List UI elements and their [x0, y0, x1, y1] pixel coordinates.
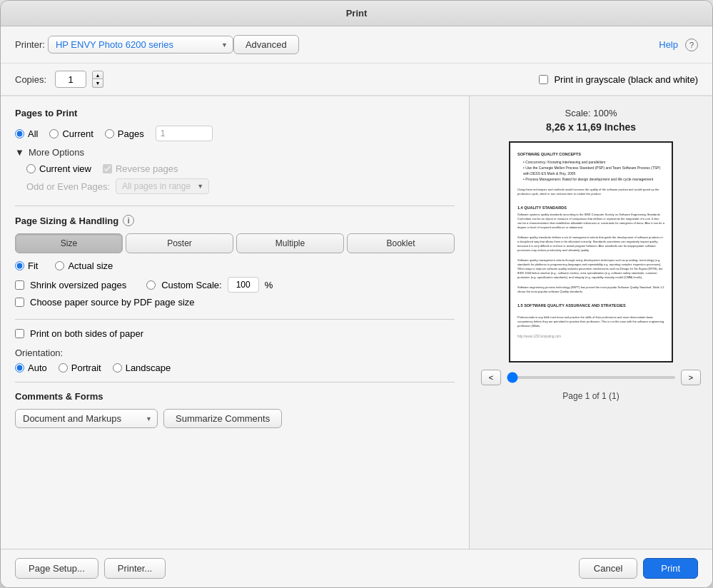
preview-text: SOFTWARE QUALITY CONCEPTS • Concurrency:… — [517, 151, 664, 340]
dialog-title: Print — [346, 8, 368, 19]
page-sizing-section: Page Sizing & Handling i Size Poster Mul… — [15, 215, 455, 308]
help-icon[interactable]: ? — [685, 39, 698, 51]
comments-select[interactable]: Document and Markups — [15, 409, 158, 428]
bottom-right: Cancel Print — [579, 558, 698, 579]
scale-unit: % — [265, 280, 273, 290]
fit-options: Fit Actual size — [15, 260, 455, 271]
reverse-pages-label: Reverse pages — [116, 163, 178, 174]
cancel-button[interactable]: Cancel — [579, 558, 637, 579]
page-sizing-header: Page Sizing & Handling i — [15, 215, 455, 226]
poster-button[interactable]: Poster — [126, 233, 233, 253]
printer-label: Printer: — [15, 39, 45, 50]
titlebar: Print — [1, 1, 712, 26]
paper-source-row: Choose paper source by PDF page size — [15, 297, 455, 308]
page-slider[interactable] — [507, 376, 675, 379]
radio-current-label: Current — [62, 128, 93, 139]
copies-spinner: ▲ ▼ — [92, 71, 103, 88]
radio-all-label: All — [28, 128, 38, 139]
printer-button[interactable]: Printer... — [104, 558, 166, 579]
more-options-header[interactable]: ▼ More Options — [15, 147, 455, 158]
bottom-left: Page Setup... Printer... — [15, 558, 166, 579]
page-setup-button[interactable]: Page Setup... — [15, 558, 98, 579]
summarize-button[interactable]: Summarize Comments — [163, 409, 282, 428]
current-view-item[interactable]: Current view — [26, 163, 91, 174]
landscape-label: Landscape — [126, 363, 171, 373]
pages-radio-group: All Current Pages — [15, 126, 455, 141]
comments-row: Document and Markups Summarize Comments — [15, 409, 455, 428]
fit-item[interactable]: Fit — [15, 260, 38, 271]
radio-auto[interactable] — [15, 363, 24, 372]
grayscale-checkbox[interactable] — [539, 75, 548, 84]
radio-custom-scale[interactable] — [146, 280, 156, 290]
odd-even-label: Odd or Even Pages: — [26, 181, 110, 192]
scale-text: Scale: 100% — [565, 108, 617, 118]
reverse-pages-checkbox[interactable] — [103, 164, 112, 173]
sizing-buttons: Size Poster Multiple Booklet — [15, 233, 455, 253]
printer-select[interactable]: HP ENVY Photo 6200 series — [48, 36, 233, 54]
pages-input[interactable] — [156, 126, 213, 141]
comments-select-wrapper: Document and Markups — [15, 409, 158, 428]
scale-input[interactable] — [228, 277, 259, 293]
both-sides-label: Print on both sides of paper — [30, 328, 143, 339]
right-panel: Scale: 100% 8,26 x 11,69 Inches SOFTWARE… — [470, 96, 712, 549]
page-size-text: 8,26 x 11,69 Inches — [546, 121, 636, 133]
help-link[interactable]: Help — [659, 39, 678, 50]
print-button[interactable]: Print — [643, 558, 698, 579]
more-options-label: More Options — [29, 147, 84, 158]
orientation-section: Orientation: Auto Portrait Landscape — [15, 348, 455, 373]
radio-current-item[interactable]: Current — [49, 128, 93, 139]
info-icon[interactable]: i — [123, 215, 134, 226]
radio-landscape[interactable] — [113, 363, 122, 372]
auto-item[interactable]: Auto — [15, 363, 47, 373]
print-dialog: Print Printer: HP ENVY Photo 6200 series… — [0, 0, 713, 588]
both-sides-checkbox[interactable] — [15, 329, 24, 338]
radio-pages-item[interactable]: Pages — [105, 128, 144, 139]
bottom-bar: Page Setup... Printer... Cancel Print — [1, 549, 712, 587]
reverse-pages-item[interactable]: Reverse pages — [103, 163, 178, 174]
actual-size-item[interactable]: Actual size — [55, 260, 113, 271]
radio-all-item[interactable]: All — [15, 128, 38, 139]
radio-actual[interactable] — [55, 261, 64, 270]
portrait-item[interactable]: Portrait — [59, 363, 101, 373]
shrink-row: Shrink oversized pages Custom Scale: % — [15, 277, 455, 293]
more-options: ▼ More Options Current view Reverse page… — [15, 147, 455, 194]
divider-1 — [15, 206, 455, 206]
copies-label: Copies: — [15, 74, 46, 85]
advanced-button[interactable]: Advanced — [233, 35, 299, 54]
landscape-item[interactable]: Landscape — [113, 363, 171, 373]
radio-current-view[interactable] — [26, 164, 36, 173]
view-options-row: Current view Reverse pages — [26, 163, 455, 174]
prev-page-button[interactable]: < — [481, 370, 501, 385]
current-view-label: Current view — [39, 163, 91, 174]
comments-forms-title: Comments & Forms — [15, 391, 455, 402]
size-button[interactable]: Size — [15, 233, 123, 253]
copies-down[interactable]: ▼ — [92, 79, 103, 88]
divider-2 — [15, 319, 455, 320]
multiple-button[interactable]: Multiple — [236, 233, 344, 253]
grayscale-label: Print in grayscale (black and white) — [554, 74, 698, 85]
copies-input[interactable] — [55, 71, 86, 88]
radio-current[interactable] — [49, 129, 59, 138]
radio-fit[interactable] — [15, 261, 24, 270]
radio-pages[interactable] — [105, 129, 114, 138]
copies-row: Copies: ▲ ▼ Print in grayscale (black an… — [1, 64, 712, 96]
radio-portrait[interactable] — [59, 363, 68, 372]
more-options-content: Current view Reverse pages Odd or Even P… — [15, 163, 455, 194]
odd-even-select-wrapper: All pages in range — [116, 178, 209, 194]
printer-row: Printer: HP ENVY Photo 6200 series Advan… — [1, 26, 712, 64]
custom-scale-label: Custom Scale: — [161, 280, 222, 290]
paper-source-checkbox[interactable] — [15, 298, 24, 307]
comments-forms-section: Comments & Forms Document and Markups Su… — [15, 382, 455, 428]
fit-label: Fit — [28, 260, 38, 271]
auto-label: Auto — [28, 363, 47, 373]
odd-even-select[interactable]: All pages in range — [116, 178, 209, 194]
radio-all[interactable] — [15, 129, 24, 138]
more-options-arrow: ▼ — [15, 147, 24, 158]
booklet-button[interactable]: Booklet — [347, 233, 455, 253]
copies-up[interactable]: ▲ — [92, 71, 103, 79]
pages-to-print-section: Pages to Print All Current Pages — [15, 108, 455, 194]
printer-select-wrapper: HP ENVY Photo 6200 series — [48, 36, 233, 54]
next-page-button[interactable]: > — [681, 370, 701, 385]
shrink-checkbox[interactable] — [15, 280, 24, 290]
paper-source-label: Choose paper source by PDF page size — [30, 297, 195, 308]
